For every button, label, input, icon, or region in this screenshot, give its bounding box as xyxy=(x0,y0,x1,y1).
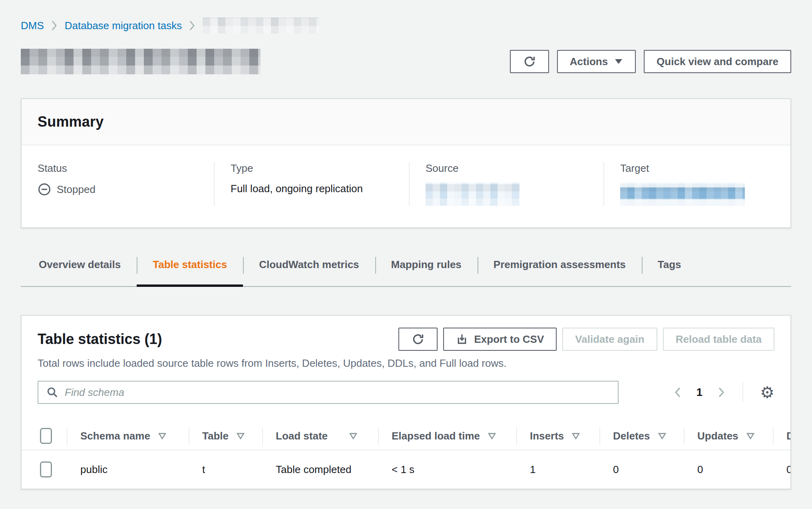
cell-inserts: 1 xyxy=(516,463,599,476)
sort-icon xyxy=(158,433,166,439)
target-endpoint-link-redacted[interactable] xyxy=(620,183,745,206)
caret-down-icon xyxy=(614,58,623,65)
column-header-deletes[interactable]: Deletes xyxy=(599,422,684,449)
row-select-cell xyxy=(22,450,67,489)
stopped-icon xyxy=(38,183,51,196)
table-statistics-table: Schema name Table Load state Elapsed loa… xyxy=(22,422,790,489)
status-text: Stopped xyxy=(57,183,96,196)
summary-panel-header: Summary xyxy=(22,99,790,145)
tab-cloudwatch-metrics[interactable]: CloudWatch metrics xyxy=(243,256,375,286)
cell-ddls-clipped: 0 xyxy=(773,463,790,476)
summary-panel: Summary Status Stopped Type Full load, o… xyxy=(21,98,791,228)
breadcrumb-dms-link[interactable]: DMS xyxy=(21,20,44,32)
cell-schema-name: public xyxy=(67,463,189,476)
sort-icon xyxy=(237,433,245,439)
next-page-button[interactable] xyxy=(717,386,726,399)
pagination-divider xyxy=(742,383,743,402)
column-header-updates[interactable]: Updates xyxy=(684,422,773,449)
column-header-schema-name[interactable]: Schema name xyxy=(67,422,189,449)
sort-icon xyxy=(488,433,496,439)
search-input[interactable] xyxy=(65,386,610,399)
previous-page-button[interactable] xyxy=(673,386,682,399)
cell-elapsed-load-time: < 1 s xyxy=(378,463,516,476)
breadcrumb-tasks-link[interactable]: Database migration tasks xyxy=(65,20,182,32)
chevron-right-icon xyxy=(51,20,58,31)
table-statistics-title: Table statistics (1) xyxy=(38,331,162,348)
summary-target-field: Target xyxy=(603,162,790,206)
sort-icon xyxy=(658,433,666,439)
source-endpoint-link-redacted[interactable] xyxy=(426,183,520,206)
summary-type-field: Type Full load, ongoing replication xyxy=(214,162,409,206)
cell-load-state: Table completed xyxy=(262,463,378,476)
summary-status-field: Status Stopped xyxy=(22,162,214,206)
column-header-ddls-clipped[interactable]: D xyxy=(773,422,790,449)
tab-bar: Overview details Table statistics CloudW… xyxy=(21,256,791,287)
cell-deletes: 0 xyxy=(599,463,684,476)
target-label: Target xyxy=(620,162,778,175)
task-name-redacted xyxy=(21,49,261,74)
select-all-checkbox[interactable] xyxy=(40,428,52,444)
quick-view-compare-button[interactable]: Quick view and compare xyxy=(644,50,791,73)
sort-icon xyxy=(746,433,754,439)
table-refresh-button[interactable] xyxy=(398,328,438,351)
breadcrumb-current-redacted xyxy=(203,18,319,34)
export-to-csv-label: Export to CSV xyxy=(474,333,544,346)
summary-content: Status Stopped Type Full load, ongoing r… xyxy=(22,145,790,227)
type-label: Type xyxy=(231,162,397,175)
breadcrumb: DMS Database migration tasks xyxy=(0,0,812,34)
table-statistics-description: Total rows include loaded source table r… xyxy=(38,357,774,370)
status-value: Stopped xyxy=(38,183,202,196)
reload-table-data-label: Reload table data xyxy=(676,333,762,346)
summary-source-field: Source xyxy=(409,162,603,206)
export-to-csv-button[interactable]: Export to CSV xyxy=(443,328,557,351)
reload-table-data-button[interactable]: Reload table data xyxy=(663,328,774,351)
column-header-inserts[interactable]: Inserts xyxy=(516,422,599,449)
tab-mapping-rules[interactable]: Mapping rules xyxy=(375,256,478,286)
type-value: Full load, ongoing replication xyxy=(231,183,397,195)
column-header-table[interactable]: Table xyxy=(189,422,262,449)
page-header: Actions Quick view and compare xyxy=(21,49,791,74)
tab-overview-details[interactable]: Overview details xyxy=(21,256,137,286)
tab-premigration-assessments[interactable]: Premigration assessments xyxy=(478,256,642,286)
actions-button[interactable]: Actions xyxy=(557,50,636,73)
search-icon xyxy=(46,386,58,398)
cell-updates: 0 xyxy=(684,463,773,476)
refresh-button[interactable] xyxy=(510,50,549,73)
column-header-elapsed-load-time[interactable]: Elapsed load time xyxy=(378,422,516,449)
summary-title: Summary xyxy=(38,113,774,130)
chevron-right-icon xyxy=(189,20,195,31)
tab-tags[interactable]: Tags xyxy=(642,256,697,286)
refresh-icon xyxy=(412,333,424,346)
cell-table: t xyxy=(189,463,262,476)
actions-button-label: Actions xyxy=(570,56,608,68)
sort-icon xyxy=(572,433,580,439)
table-row: public t Table completed < 1 s 1 0 0 0 xyxy=(22,450,790,489)
validate-again-button[interactable]: Validate again xyxy=(562,328,657,351)
quick-view-compare-label: Quick view and compare xyxy=(657,56,778,68)
source-label: Source xyxy=(426,162,591,175)
table-header-row: Schema name Table Load state Elapsed loa… xyxy=(22,422,790,450)
refresh-icon xyxy=(523,55,536,68)
row-checkbox[interactable] xyxy=(40,461,52,477)
column-header-load-state[interactable]: Load state xyxy=(262,422,378,449)
table-settings-gear-icon[interactable]: ⚙ xyxy=(760,384,774,400)
select-all-cell xyxy=(22,422,67,449)
current-page-number[interactable]: 1 xyxy=(697,386,703,399)
download-icon xyxy=(456,333,468,345)
table-statistics-panel: Table statistics (1) Export to CSV Valid… xyxy=(21,315,791,489)
schema-search-box xyxy=(38,381,619,404)
tab-table-statistics[interactable]: Table statistics xyxy=(137,256,243,286)
validate-again-label: Validate again xyxy=(575,333,644,346)
sort-icon xyxy=(349,433,357,439)
pagination: 1 ⚙ xyxy=(673,383,774,402)
status-label: Status xyxy=(38,162,202,175)
